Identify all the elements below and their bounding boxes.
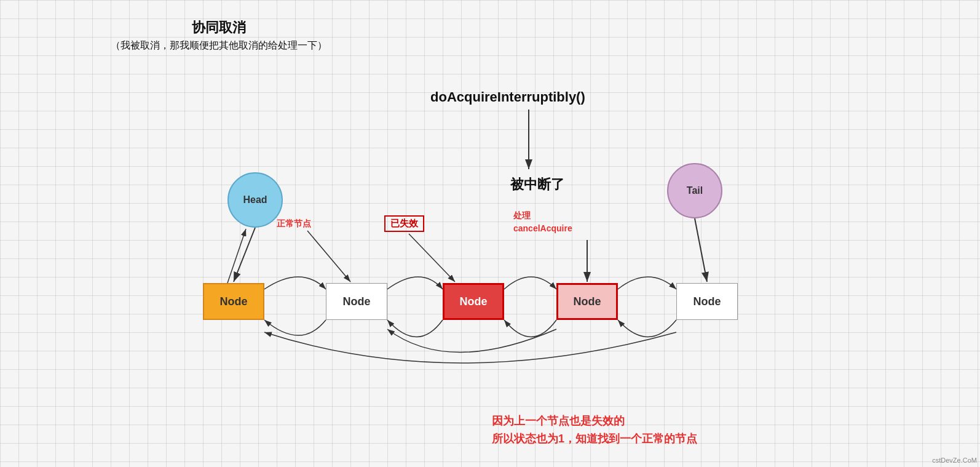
svg-line-8 [227,229,246,283]
bottom-text: 因为上一个节点也是失效的 所以状态也为1，知道找到一个正常的节点 [492,412,697,448]
svg-line-6 [307,231,350,282]
title-sub: （我被取消，那我顺便把其他取消的给处理一下） [111,39,327,52]
node-pink: Node [556,283,618,320]
main-container: 协同取消 （我被取消，那我顺便把其他取消的给处理一下） doAcquireInt… [0,0,980,467]
svg-line-5 [695,218,707,282]
node-orange: Node [203,283,264,320]
watermark: cstDevZe.CoM [932,457,977,464]
interrupted-label: 被中断了 [510,175,564,194]
head-circle: Head [227,172,283,228]
node-red: Node [443,283,504,320]
normal-node-label: 正常节点 [277,218,311,230]
diagram-arrows [0,0,980,467]
title-area: 协同取消 （我被取消，那我顺便把其他取消的给处理一下） [111,18,327,52]
svg-line-7 [409,234,455,282]
node-white1: Node [326,283,387,320]
tail-circle: Tail [667,163,722,218]
invalid-label: 已失效 [384,215,424,232]
node-white2: Node [676,283,738,320]
cancel-label: 处理 cancelAcquire [513,209,572,235]
acquire-label: doAcquireInterruptibly() [430,89,585,105]
svg-line-4 [234,228,255,282]
title-main: 协同取消 [111,18,327,37]
